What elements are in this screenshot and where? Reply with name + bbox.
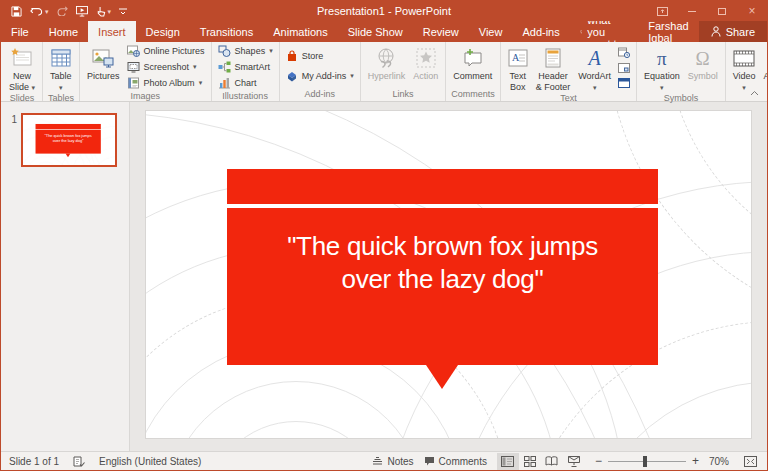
tab-file[interactable]: File: [1, 21, 39, 42]
wordart-button[interactable]: A WordArt ▾: [574, 43, 615, 93]
online-pictures-label: Online Pictures: [144, 46, 205, 56]
slide-thumbnail-panel[interactable]: 1 "The quick brown fox jumps over the la…: [1, 102, 130, 451]
tell-me-box[interactable]: Tell me what you want to do...: [570, 21, 639, 42]
video-button[interactable]: Video ▾: [729, 43, 760, 93]
hyperlink-button: Hyperlink: [364, 43, 410, 89]
date-and-time-button[interactable]: [617, 46, 631, 59]
text-box-button[interactable]: A Text Box: [504, 43, 532, 93]
zoom-slider-thumb[interactable]: [643, 456, 647, 467]
online-pictures-button[interactable]: Online Pictures: [124, 43, 208, 59]
chart-button[interactable]: Chart: [215, 75, 276, 91]
header-footer-button[interactable]: Header & Footer: [532, 43, 575, 93]
tab-insert[interactable]: Insert: [88, 21, 136, 42]
header-footer-icon: [545, 46, 561, 70]
group-label-text: Text: [504, 93, 633, 105]
slide-sorter-view-button[interactable]: [519, 453, 541, 470]
store-label: Store: [302, 51, 324, 61]
fit-slide-to-window-button[interactable]: [739, 453, 761, 470]
pictures-label: Pictures: [87, 71, 120, 82]
tab-animations[interactable]: Animations: [263, 21, 337, 42]
screenshot-button[interactable]: Screenshot ▾: [124, 59, 208, 75]
slide-editor-area: "The quick brown fox jumps over the lazy…: [130, 102, 767, 451]
touch-mode-dropdown-arrow[interactable]: ▾: [108, 8, 112, 15]
account-name[interactable]: Farshad Iqbal: [638, 21, 698, 42]
close-button[interactable]: ×: [737, 1, 767, 21]
tab-add-ins[interactable]: Add-ins: [512, 21, 569, 42]
ribbon-group-media: Video ▾ Audio ▾ Screen Recording: [726, 42, 768, 101]
group-label-comments: Comments: [449, 89, 497, 101]
slide-1-thumbnail[interactable]: "The quick brown fox jumps over the lazy…: [21, 113, 117, 167]
my-add-ins-button[interactable]: My Add-ins ▾: [283, 68, 357, 84]
undo-dropdown-arrow[interactable]: ▾: [45, 8, 49, 15]
normal-view-button[interactable]: [497, 453, 519, 470]
audio-label: Audio: [764, 71, 768, 82]
start-from-beginning-button[interactable]: [76, 6, 88, 17]
tab-transitions[interactable]: Transitions: [190, 21, 263, 42]
photo-album-label: Photo Album: [144, 78, 195, 88]
zoom-slider[interactable]: [608, 461, 686, 462]
spell-check-button[interactable]: [73, 455, 85, 467]
comments-label: Comments: [439, 456, 487, 467]
tab-design[interactable]: Design: [136, 21, 190, 42]
ribbon-insert: New Slide ▾ Slides Table ▾ Tables: [1, 42, 767, 102]
share-button[interactable]: Share: [699, 21, 767, 42]
ribbon-display-options-button[interactable]: [647, 1, 677, 21]
save-button[interactable]: [11, 6, 22, 17]
view-switcher: [497, 453, 585, 470]
language-button[interactable]: English (United States): [99, 456, 201, 467]
zoom-out-button[interactable]: −: [595, 455, 602, 467]
notes-button[interactable]: Notes: [372, 456, 413, 467]
group-label-symbols: Symbols: [640, 93, 722, 105]
hyperlink-label: Hyperlink: [368, 71, 406, 82]
insert-slide-number-button[interactable]: [617, 61, 631, 74]
decorative-arc: [88, 156, 117, 167]
reading-view-button[interactable]: [541, 453, 563, 470]
photo-album-button[interactable]: Photo Album ▾: [124, 75, 208, 91]
collapse-ribbon-button[interactable]: [750, 88, 759, 98]
decorative-arc: [576, 381, 751, 438]
thumb-callout-bar: [35, 124, 101, 129]
shapes-button[interactable]: Shapes ▾: [215, 43, 276, 59]
lightbulb-icon: [580, 26, 583, 38]
comment-button[interactable]: Comment: [449, 43, 496, 89]
workspace: 1 "The quick brown fox jumps over the la…: [1, 102, 767, 451]
text-box-label-2: Box: [510, 82, 526, 93]
minimize-button[interactable]: [677, 1, 707, 21]
action-button: Action: [409, 43, 442, 89]
equation-button[interactable]: π Equation ▾: [640, 43, 684, 93]
thumb-callout-box: "The quick brown fox jumps over the lazy…: [35, 130, 101, 154]
comments-button[interactable]: Comments: [424, 456, 487, 467]
equation-label: Equation: [644, 71, 680, 82]
slide-canvas[interactable]: "The quick brown fox jumps over the lazy…: [146, 111, 751, 438]
tab-slide-show[interactable]: Slide Show: [338, 21, 413, 42]
redo-button[interactable]: [57, 6, 68, 16]
object-button[interactable]: [617, 76, 631, 89]
smartart-button[interactable]: SmartArt: [215, 59, 276, 75]
ribbon-group-images: Pictures Online Pictures Screenshot ▾ Ph: [80, 42, 212, 101]
maximize-button[interactable]: [707, 1, 737, 21]
new-slide-button[interactable]: New Slide ▾: [5, 43, 39, 93]
tab-review[interactable]: Review: [413, 21, 469, 42]
slide-quote-text[interactable]: "The quick brown fox jumps over the lazy…: [268, 230, 618, 297]
slide-show-view-button[interactable]: [563, 453, 585, 470]
tab-view[interactable]: View: [469, 21, 513, 42]
notes-label: Notes: [387, 456, 413, 467]
store-button[interactable]: Store: [283, 48, 357, 64]
undo-button[interactable]: ▾: [30, 6, 49, 16]
group-label-slides: Slides: [5, 93, 39, 105]
tab-home[interactable]: Home: [39, 21, 88, 42]
zoom-in-button[interactable]: +: [692, 455, 699, 467]
pictures-button[interactable]: Pictures: [83, 43, 124, 91]
callout-speech-bubble-shape[interactable]: "The quick brown fox jumps over the lazy…: [227, 208, 658, 365]
new-slide-label-1: New: [13, 71, 31, 82]
group-label-images: Images: [83, 91, 208, 103]
touch-mouse-mode-button[interactable]: ▾: [96, 6, 112, 17]
audio-button[interactable]: Audio ▾: [760, 43, 768, 93]
shapes-icon: [218, 45, 231, 57]
callout-top-bar-shape[interactable]: [227, 169, 658, 204]
text-box-icon: A: [508, 46, 528, 70]
zoom-level[interactable]: 70%: [709, 456, 729, 467]
window-controls: ×: [647, 1, 767, 21]
table-button[interactable]: Table ▾: [46, 43, 76, 93]
customize-qat-button[interactable]: [119, 8, 127, 15]
